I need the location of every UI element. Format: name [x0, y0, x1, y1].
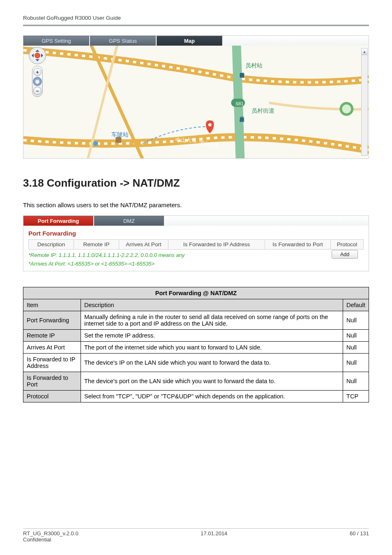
map-body[interactable]: 员村站 员村街道 车陂站 S81 中山大道 中山大道 员村站旧货仓 员村二横路 …: [23, 46, 369, 158]
row-aap-desc: The port of the internet side which you …: [81, 342, 343, 354]
tab-dmz[interactable]: DMZ: [94, 216, 164, 226]
svg-point-3: [341, 103, 352, 115]
map-controls: + ◍ −: [31, 47, 44, 97]
scrollbar-icon[interactable]: ▲: [361, 48, 368, 156]
row-pf-desc: Manually defining a rule in the router t…: [81, 311, 343, 330]
description-table: Port Forwarding @ NAT/DMZ Item Descripti…: [23, 287, 369, 402]
row-rip-def: Null: [343, 330, 369, 342]
pf-columns-table: Description Remote IP Arrives At Port Is…: [28, 239, 364, 250]
row-proto-item: Protocol: [23, 391, 81, 402]
row-rip-item: Remote IP: [23, 330, 81, 342]
page-footer: RT_UG_R3000_v.2.0.0 Confidential 17.01.2…: [23, 528, 369, 543]
pf-note-remote-ip: *Remote IP: 1.1.1.1, 1.1.1.0/24,1.1.1.1-…: [28, 252, 364, 258]
road-label: 中山大道: [175, 136, 197, 144]
desc-head-default: Default: [343, 299, 369, 311]
row-aap-item: Arrives At Port: [23, 342, 81, 354]
pf-col-fwd-port: Is Forwarded to Port: [265, 240, 331, 250]
row-pf-item: Port Forwarding: [23, 311, 81, 330]
row-fip-desc: The device's IP on the LAN side which yo…: [81, 354, 343, 372]
doc-header-underline: [23, 25, 369, 26]
row-fport-item: Is Forwarded to Port: [23, 372, 81, 391]
svg-point-4: [208, 123, 212, 127]
row-pf-def: Null: [343, 311, 369, 330]
doc-header: Robustel GoRugged R3000 User Guide: [23, 15, 369, 21]
add-button[interactable]: Add: [332, 250, 358, 259]
pf-col-protocol: Protocol: [331, 240, 364, 250]
pf-col-remote-ip: Remote IP: [74, 240, 119, 250]
map-tabs: GPS Setting GPS Status Map: [23, 36, 369, 46]
pan-dpad[interactable]: [29, 47, 46, 64]
zoom-globe-button[interactable]: ◍: [33, 77, 42, 86]
svg-point-1: [93, 141, 98, 146]
tab-gps-status[interactable]: GPS Status: [90, 36, 156, 46]
row-proto-def: TCP: [343, 391, 369, 402]
zoom-out-button[interactable]: −: [33, 87, 42, 95]
row-fport-def: Null: [343, 372, 369, 391]
desc-caption: Port Forwarding @ NAT/DMZ: [23, 287, 369, 299]
section-intro: This section allows users to set the NAT…: [23, 201, 182, 208]
pf-col-fwd-ip: Is Forwarded to IP Address: [168, 240, 265, 250]
poi-station: 员村站: [245, 62, 263, 69]
desc-head-item: Item: [23, 299, 81, 311]
row-fip-def: Null: [343, 354, 369, 372]
row-fip-item: Is Forwarded to IP Address: [23, 354, 81, 372]
row-proto-desc: Select from "TCP", "UDP" or "TCP&UDP" wh…: [81, 391, 343, 402]
poi-road: 员村街道: [251, 107, 274, 115]
footer-confidential: Confidential: [23, 536, 78, 543]
row-fport-desc: The device's port on the LAN side which …: [81, 372, 343, 391]
footer-page: 60 / 131: [350, 530, 369, 543]
port-forwarding-panel: Port Forwarding DMZ Port Forwarding Desc…: [23, 215, 369, 271]
footer-doc: RT_UG_R3000_v.2.0.0: [23, 530, 78, 536]
tab-map[interactable]: Map: [157, 36, 222, 46]
tab-port-forwarding[interactable]: Port Forwarding: [23, 216, 93, 226]
row-aap-def: Null: [343, 342, 369, 354]
zoom-in-button[interactable]: +: [33, 68, 42, 76]
pf-title: Port Forwarding: [28, 230, 364, 237]
tab-gps-setting[interactable]: GPS Setting: [23, 36, 89, 46]
pf-col-description: Description: [29, 240, 74, 250]
row-rip-desc: Set the remote IP address.: [81, 330, 343, 342]
poi-chezhan: 车陂站: [111, 131, 129, 139]
pf-col-arrives: Arrives At Port: [119, 240, 168, 250]
zoom-pill: + ◍ −: [32, 66, 43, 97]
pf-tabs: Port Forwarding DMZ: [23, 216, 369, 226]
pf-note-arrives: *Arrives At Port: <1-65535> or <1-65535>…: [28, 261, 364, 267]
section-heading: 3.18 Configuration -> NAT/DMZ: [23, 177, 180, 190]
map-panel: GPS Setting GPS Status Map 员村站: [23, 35, 369, 159]
footer-date: 17.01.2014: [201, 530, 227, 543]
poi-s81-badge: S81: [235, 101, 244, 106]
desc-head-desc: Description: [81, 299, 343, 311]
